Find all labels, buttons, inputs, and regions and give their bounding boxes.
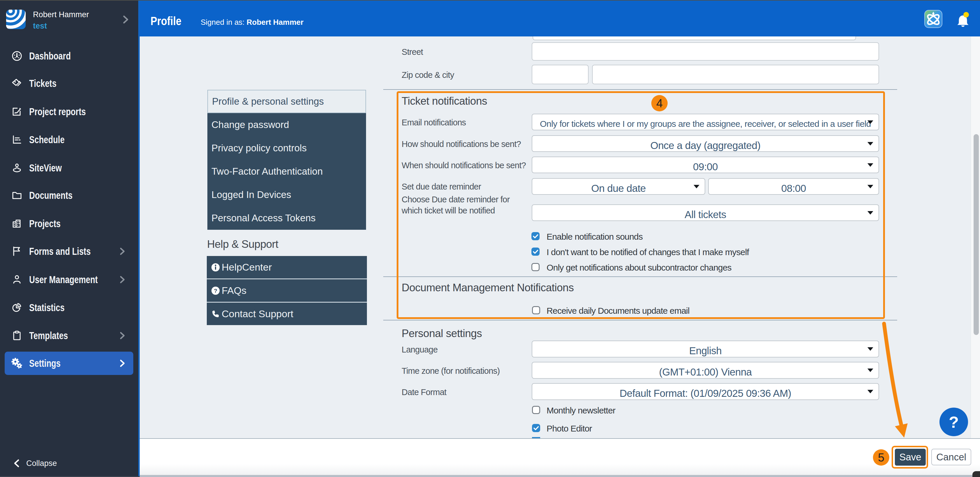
svg-text:?: ? bbox=[214, 288, 217, 294]
